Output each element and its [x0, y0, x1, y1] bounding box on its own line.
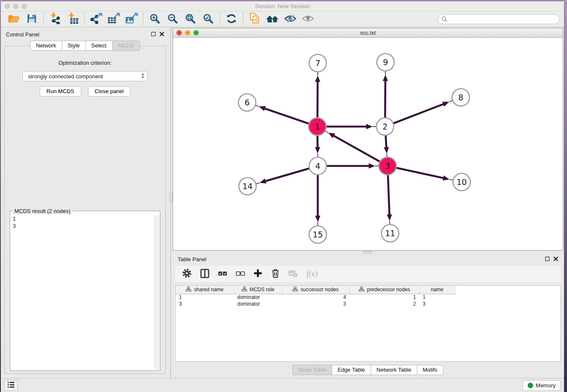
close-window-button[interactable]: [5, 4, 10, 9]
graph-edge-3-1[interactable]: [325, 131, 380, 161]
column-header-successor-nodes[interactable]: successor nodes: [282, 286, 350, 294]
memory-button[interactable]: Memory: [523, 380, 561, 391]
first-neighbors-button[interactable]: [264, 12, 281, 26]
tab-edge-table[interactable]: Edge Table: [332, 365, 371, 375]
table-row[interactable]: 3dominator323: [176, 301, 455, 307]
graph-edge-4-3[interactable]: [327, 163, 379, 168]
graph-node-9[interactable]: 9: [377, 54, 394, 71]
table-cell[interactable]: 3: [419, 301, 455, 307]
graph-node-10[interactable]: 10: [453, 174, 471, 191]
graph-node-11[interactable]: 11: [382, 225, 399, 242]
float-panel-icon[interactable]: [151, 31, 156, 38]
horizontal-splitter[interactable]: [173, 251, 563, 254]
search-input[interactable]: [438, 14, 560, 24]
mcds-result-list[interactable]: 13: [13, 215, 154, 370]
vertical-splitter-handle[interactable]: [169, 193, 173, 202]
deselect-all-columns-button[interactable]: [236, 270, 245, 278]
table-cell[interactable]: 3: [176, 301, 234, 307]
close-panel-icon[interactable]: [160, 31, 164, 38]
tab-motifs[interactable]: Motifs: [417, 365, 443, 375]
zoom-out-button[interactable]: [164, 12, 182, 26]
graph-edge-3-11[interactable]: [387, 175, 392, 224]
show-all-button[interactable]: [299, 12, 317, 26]
column-header-mcds-role[interactable]: MCDS role: [234, 286, 282, 294]
graph-node-14[interactable]: 14: [239, 178, 256, 195]
zoom-in-button[interactable]: [146, 12, 164, 26]
network-canvas[interactable]: 1234678910111415: [173, 38, 563, 250]
column-header-predecessor-nodes[interactable]: predecessor nodes: [350, 286, 419, 294]
close-panel-button[interactable]: Close panel: [88, 86, 131, 97]
graph-edge-4-15[interactable]: [315, 175, 320, 226]
table-cell[interactable]: 1: [419, 294, 455, 301]
table-cell[interactable]: 1: [176, 294, 234, 301]
table-cell[interactable]: 4: [282, 294, 350, 301]
table-cell[interactable]: 2: [350, 301, 419, 307]
graph-edge-1-4[interactable]: [315, 135, 320, 157]
graph-edge-2-3[interactable]: [384, 135, 389, 157]
vertical-splitter[interactable]: [169, 27, 173, 378]
export-network-button[interactable]: [87, 12, 105, 26]
hide-selected-button[interactable]: [281, 12, 299, 26]
select-all-columns-button[interactable]: [218, 270, 227, 278]
table-cell[interactable]: 1: [350, 294, 419, 301]
column-header-name[interactable]: name: [419, 286, 455, 294]
tab-network[interactable]: Network: [30, 41, 62, 51]
network-window-titlebar: × − + scc.txt: [173, 28, 563, 38]
run-mcds-button[interactable]: Run MCDS: [40, 86, 81, 97]
graph-edge-2-9[interactable]: [383, 71, 388, 118]
tab-select[interactable]: Select: [85, 41, 112, 51]
export-image-button[interactable]: [123, 12, 140, 26]
horizontal-splitter-handle[interactable]: [363, 251, 372, 254]
apply-layout-button[interactable]: [223, 12, 240, 26]
table-cell[interactable]: dominator: [234, 301, 282, 307]
network-close-button[interactable]: ×: [176, 30, 182, 36]
criterion-dropdown[interactable]: strongly connected component: [22, 71, 148, 81]
graph-edge-1-2[interactable]: [327, 124, 377, 129]
table-cell[interactable]: 3: [282, 301, 350, 307]
table-settings-button[interactable]: [182, 268, 192, 279]
graph-node-15[interactable]: 15: [309, 226, 327, 243]
graph-edge-1-6[interactable]: [256, 105, 309, 124]
graph-node-6[interactable]: 6: [239, 94, 256, 111]
minimize-window-button[interactable]: [13, 4, 18, 9]
zoom-fit-button[interactable]: [182, 12, 199, 26]
graph-edge-3-10[interactable]: [396, 168, 453, 181]
zoom-selected-button[interactable]: [199, 12, 217, 26]
result-item[interactable]: 3: [13, 222, 154, 229]
create-column-button[interactable]: [253, 269, 262, 279]
import-network-button[interactable]: [46, 12, 64, 26]
result-item[interactable]: 1: [13, 215, 154, 222]
graph-node-3[interactable]: 3: [379, 157, 396, 175]
delete-column-button[interactable]: [271, 268, 280, 279]
close-table-panel-icon[interactable]: [553, 256, 558, 262]
show-column-button[interactable]: [200, 269, 209, 279]
graph-node-8[interactable]: 8: [452, 89, 470, 106]
clone-network-button[interactable]: [246, 12, 264, 26]
task-history-button[interactable]: [4, 380, 18, 391]
export-table-button[interactable]: [105, 12, 123, 26]
tab-style[interactable]: Style: [62, 41, 85, 51]
network-maximize-button[interactable]: +: [193, 30, 199, 36]
import-table-button[interactable]: [64, 12, 82, 26]
zoom-selected-icon: [203, 13, 214, 25]
table-cell[interactable]: dominator: [234, 294, 282, 301]
network-minimize-button[interactable]: −: [185, 30, 190, 36]
graph-node-7[interactable]: 7: [309, 55, 327, 72]
graph-edge-2-8[interactable]: [394, 101, 452, 124]
graph-edge-4-14[interactable]: [256, 168, 309, 184]
graph-node-2[interactable]: 2: [377, 118, 394, 135]
graph-node-4[interactable]: 4: [309, 157, 327, 175]
tab-node-table[interactable]: Node Table: [292, 365, 332, 375]
tab-network-table[interactable]: Network Table: [371, 365, 417, 375]
open-session-button[interactable]: [5, 12, 23, 26]
result-scrollbar[interactable]: [154, 215, 160, 370]
control-panel-tabs: NetworkStyleSelectMCDS: [1, 41, 169, 51]
graph-edge-1-7[interactable]: [315, 72, 320, 118]
save-session-button[interactable]: [23, 12, 41, 26]
column-header-shared-name[interactable]: shared name: [176, 286, 234, 294]
float-table-panel-icon[interactable]: [545, 256, 550, 262]
tab-mcds[interactable]: MCDS: [112, 41, 140, 51]
graph-node-1[interactable]: 1: [309, 118, 326, 135]
table-row[interactable]: 1dominator411: [176, 294, 455, 301]
maximize-window-button[interactable]: [22, 4, 27, 9]
